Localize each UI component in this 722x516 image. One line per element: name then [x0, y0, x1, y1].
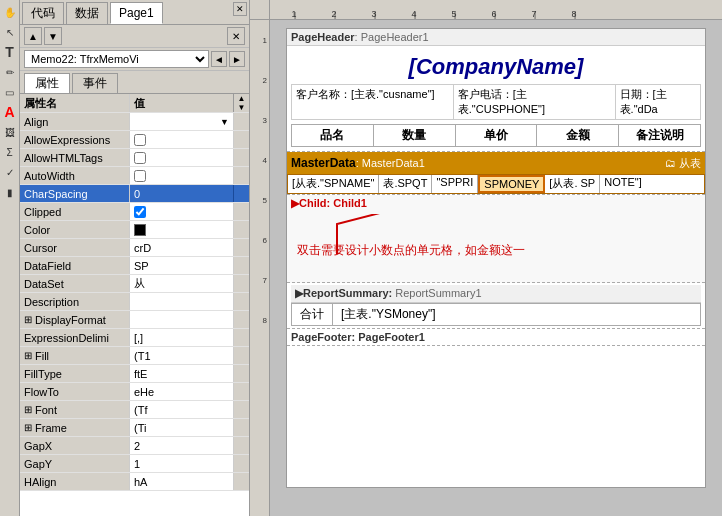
- prop-font[interactable]: Font (Tf: [20, 401, 249, 419]
- master-table-label: 🗂 从表: [665, 156, 701, 171]
- prop-fill-value[interactable]: (T1: [130, 347, 233, 364]
- prop-displayformat[interactable]: DisplayFormat: [20, 311, 249, 329]
- ruler-left-mark-6: 6: [263, 220, 267, 260]
- prop-description[interactable]: Description: [20, 293, 249, 311]
- prop-allowhtmltags[interactable]: AllowHTMLTags: [20, 149, 249, 167]
- prop-cursor[interactable]: Cursor crD: [20, 239, 249, 257]
- hand-icon[interactable]: ✋: [2, 4, 18, 20]
- sigma-icon[interactable]: Σ: [2, 144, 18, 160]
- close-panel-btn[interactable]: ✕: [227, 27, 245, 45]
- master-field-2[interactable]: "SPPRI: [432, 175, 478, 193]
- component-dropdown[interactable]: Memo22: TfrxMemoVi: [24, 50, 209, 68]
- allowhtmltags-checkbox[interactable]: [134, 152, 146, 164]
- prop-charspacing[interactable]: CharSpacing 0: [20, 185, 249, 203]
- page-footer-section: PageFooter: PageFooter1: [287, 329, 705, 346]
- prop-gapy[interactable]: GapY 1: [20, 455, 249, 473]
- prop-gapy-value[interactable]: 1: [130, 455, 233, 472]
- prop-gapx-value[interactable]: 2: [130, 437, 233, 454]
- prop-clipped[interactable]: Clipped: [20, 203, 249, 221]
- image-icon[interactable]: 🖼: [2, 124, 18, 140]
- prop-clipped-value[interactable]: [130, 203, 233, 220]
- prop-halign-value[interactable]: hA: [130, 473, 233, 490]
- prop-description-value[interactable]: [130, 293, 233, 310]
- prop-align-value[interactable]: ▼: [130, 113, 233, 130]
- prop-allowhtmltags-value[interactable]: [130, 149, 233, 166]
- prop-flowto[interactable]: FlowTo eHe: [20, 383, 249, 401]
- prop-dataset-value[interactable]: 从: [130, 275, 233, 292]
- prop-halign-name: HAlign: [20, 473, 130, 490]
- pen-icon[interactable]: ✏: [2, 64, 18, 80]
- master-field-1[interactable]: 表.SPQT: [379, 175, 432, 193]
- canvas-scroll[interactable]: 1 2 3 4 5 6 7 8 PageHeader: PageHeader1 …: [250, 20, 722, 516]
- ruler-left-mark-8: 8: [263, 300, 267, 340]
- prop-col-name: 属性名: [20, 94, 130, 112]
- ruler-top: 1 2 3 4 5 6 7 8: [250, 0, 722, 20]
- summary-total-cell: 合计: [292, 304, 333, 325]
- tab-data[interactable]: 数据: [66, 2, 108, 24]
- prop-filltype-value[interactable]: ftE: [130, 365, 233, 382]
- sort-up-btn[interactable]: ▲: [238, 94, 246, 103]
- prop-font-value[interactable]: (Tf: [130, 401, 233, 418]
- report-canvas[interactable]: PageHeader: PageHeader1 [CompanyName] 客户…: [270, 20, 722, 516]
- prop-halign[interactable]: HAlign hA: [20, 473, 249, 491]
- master-data-label-row: MasterData: MasterData1 🗂 从表: [287, 152, 705, 174]
- check-icon[interactable]: ✓: [2, 164, 18, 180]
- master-field-0[interactable]: [从表."SPNAME": [288, 175, 379, 193]
- bars-icon[interactable]: ▮: [2, 184, 18, 200]
- prop-cursor-value[interactable]: crD: [130, 239, 233, 256]
- prop-charspacing-value[interactable]: 0: [130, 185, 233, 202]
- prop-allowexpressions-value[interactable]: [130, 131, 233, 148]
- summary-field-cell[interactable]: [主表."YSMoney"]: [333, 304, 444, 325]
- master-field-4[interactable]: [从表. SP: [545, 175, 600, 193]
- prop-gapx[interactable]: GapX 2: [20, 437, 249, 455]
- tab-code[interactable]: 代码: [22, 2, 64, 24]
- prop-gapy-name: GapY: [20, 455, 130, 472]
- ruler-left-mark-1: 1: [263, 20, 267, 60]
- tab-properties[interactable]: 属性: [24, 73, 70, 93]
- letter-a-icon[interactable]: A: [2, 104, 18, 120]
- rect-icon[interactable]: ▭: [2, 84, 18, 100]
- prop-filltype-name: FillType: [20, 365, 130, 382]
- close-button[interactable]: ✕: [233, 2, 247, 16]
- prop-autowidth[interactable]: AutoWidth: [20, 167, 249, 185]
- prop-displayformat-value[interactable]: [130, 311, 233, 328]
- prop-fill[interactable]: Fill (T1: [20, 347, 249, 365]
- toolbar-btn-1[interactable]: ▲: [24, 27, 42, 45]
- ruler-left-mark-4: 4: [263, 140, 267, 180]
- report-page: PageHeader: PageHeader1 [CompanyName] 客户…: [286, 28, 706, 488]
- prop-color[interactable]: Color: [20, 221, 249, 239]
- clipped-checkbox[interactable]: [134, 206, 146, 218]
- prop-datafield[interactable]: DataField SP: [20, 257, 249, 275]
- prop-flowto-value[interactable]: eHe: [130, 383, 233, 400]
- prop-filltype[interactable]: FillType ftE: [20, 365, 249, 383]
- prop-expressiondelimi[interactable]: ExpressionDelimi [,]: [20, 329, 249, 347]
- prop-font-name: Font: [20, 401, 130, 418]
- prop-datafield-value[interactable]: SP: [130, 257, 233, 274]
- prop-allowexpressions[interactable]: AllowExpressions: [20, 131, 249, 149]
- tab-page1[interactable]: Page1: [110, 2, 163, 24]
- toolbar-btn-2[interactable]: ▼: [44, 27, 62, 45]
- prop-frame[interactable]: Frame (Ti: [20, 419, 249, 437]
- text-icon[interactable]: T: [2, 44, 18, 60]
- child-label: ▶Child: Child1: [287, 195, 705, 212]
- prop-frame-value[interactable]: (Ti: [130, 419, 233, 436]
- prev-component-btn[interactable]: ◄: [211, 51, 227, 67]
- autowidth-checkbox[interactable]: [134, 170, 146, 182]
- next-component-btn[interactable]: ►: [229, 51, 245, 67]
- prop-dataset[interactable]: DataSet 从: [20, 275, 249, 293]
- cursor-icon[interactable]: ↖: [2, 24, 18, 40]
- sort-down-btn[interactable]: ▼: [238, 103, 246, 112]
- allowexpressions-checkbox[interactable]: [134, 134, 146, 146]
- ruler-mark-8: 8: [554, 9, 594, 19]
- master-field-5[interactable]: NOTE"]: [600, 175, 646, 193]
- ruler-corner: [250, 0, 270, 20]
- prop-autowidth-value[interactable]: [130, 167, 233, 184]
- prop-expressiondelimi-value[interactable]: [,]: [130, 329, 233, 346]
- prop-align[interactable]: Align ▼: [20, 113, 249, 131]
- prop-expressiondelimi-name: ExpressionDelimi: [20, 329, 130, 346]
- page-footer-label: PageFooter: PageFooter1: [291, 331, 701, 343]
- prop-color-value[interactable]: [130, 221, 233, 238]
- tab-events[interactable]: 事件: [72, 73, 118, 93]
- prop-datafield-name: DataField: [20, 257, 130, 274]
- master-field-3[interactable]: SPMONEY: [478, 175, 545, 193]
